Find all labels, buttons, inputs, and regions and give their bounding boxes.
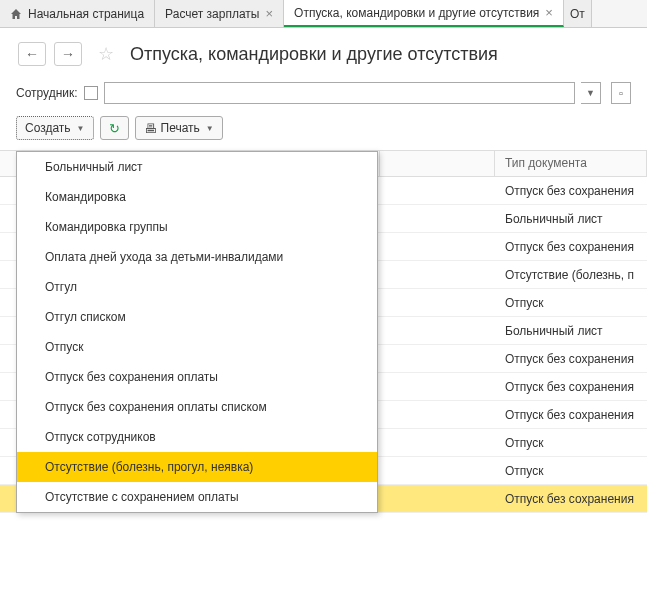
forward-button[interactable]: → <box>54 42 82 66</box>
menu-item[interactable]: Отпуск без сохранения оплаты <box>17 362 377 392</box>
cell-type: Отсутствие (болезнь, п <box>495 268 647 282</box>
create-dropdown-menu: Больничный листКомандировкаКомандировка … <box>16 151 378 513</box>
cell-type: Отпуск <box>495 436 647 450</box>
print-button[interactable]: 🖶 Печать ▼ <box>135 116 223 140</box>
cell-type: Больничный лист <box>495 324 647 338</box>
close-icon[interactable]: × <box>545 5 553 20</box>
filter-row: Сотрудник: ▼ ▫ <box>0 76 647 110</box>
tab-absences-label: Отпуска, командировки и другие отсутстви… <box>294 6 539 20</box>
employee-input[interactable] <box>104 82 575 104</box>
menu-item[interactable]: Отсутствие с сохранением оплаты <box>17 482 377 512</box>
print-label: Печать <box>161 121 200 135</box>
cell-type: Отпуск <box>495 296 647 310</box>
cell-type: Отпуск без сохранения <box>495 352 647 366</box>
tab-home[interactable]: Начальная страница <box>0 0 155 27</box>
favorite-icon[interactable]: ☆ <box>96 44 116 64</box>
menu-item[interactable]: Оплата дней ухода за детьми-инвалидами <box>17 242 377 272</box>
tab-absences[interactable]: Отпуска, командировки и другие отсутстви… <box>284 0 564 27</box>
filter-label: Сотрудник: <box>16 86 78 100</box>
tab-payroll[interactable]: Расчет зарплаты × <box>155 0 284 27</box>
tab-bar: Начальная страница Расчет зарплаты × Отп… <box>0 0 647 28</box>
chevron-down-icon: ▼ <box>77 124 85 133</box>
menu-item[interactable]: Командировка <box>17 182 377 212</box>
cell-type: Отпуск без сохранения <box>495 408 647 422</box>
content-area: Тип документа Отпуск без сохраненияБольн… <box>0 150 647 513</box>
chevron-down-icon: ▼ <box>206 124 214 133</box>
create-button[interactable]: Создать ▼ <box>16 116 94 140</box>
tab-partial[interactable]: От <box>564 0 592 27</box>
menu-item[interactable]: Больничный лист <box>17 152 377 182</box>
toolbar: Создать ▼ ↻ 🖶 Печать ▼ <box>0 110 647 146</box>
cell-type: Больничный лист <box>495 212 647 226</box>
dropdown-icon[interactable]: ▼ <box>581 82 601 104</box>
menu-item[interactable]: Отсутствие (болезнь, прогул, неявка) <box>17 452 377 482</box>
cell-type: Отпуск <box>495 464 647 478</box>
th-type: Тип документа <box>495 151 647 176</box>
menu-item[interactable]: Командировка группы <box>17 212 377 242</box>
title-row: ← → ☆ Отпуска, командировки и другие отс… <box>0 28 647 76</box>
tab-payroll-label: Расчет зарплаты <box>165 7 259 21</box>
menu-item[interactable]: Отпуск сотрудников <box>17 422 377 452</box>
home-icon <box>10 8 22 20</box>
open-dialog-button[interactable]: ▫ <box>611 82 631 104</box>
th-col2 <box>380 151 495 176</box>
arrow-left-icon: ← <box>25 46 39 62</box>
cell-type: Отпуск без сохранения <box>495 492 647 506</box>
filter-checkbox[interactable] <box>84 86 98 100</box>
menu-item[interactable]: Отгул списком <box>17 302 377 332</box>
tab-home-label: Начальная страница <box>28 7 144 21</box>
print-icon: 🖶 <box>144 121 157 136</box>
cell-type: Отпуск без сохранения <box>495 380 647 394</box>
page-title: Отпуска, командировки и другие отсутстви… <box>130 44 498 65</box>
cell-type: Отпуск без сохранения <box>495 240 647 254</box>
tab-partial-label: От <box>570 7 585 21</box>
back-button[interactable]: ← <box>18 42 46 66</box>
arrow-right-icon: → <box>61 46 75 62</box>
cell-type: Отпуск без сохранения <box>495 184 647 198</box>
menu-item[interactable]: Отпуск <box>17 332 377 362</box>
menu-item[interactable]: Отгул <box>17 272 377 302</box>
refresh-icon: ↻ <box>109 121 120 136</box>
close-icon[interactable]: × <box>266 6 274 21</box>
menu-item[interactable]: Отпуск без сохранения оплаты списком <box>17 392 377 422</box>
create-label: Создать <box>25 121 71 135</box>
refresh-button[interactable]: ↻ <box>100 116 129 140</box>
